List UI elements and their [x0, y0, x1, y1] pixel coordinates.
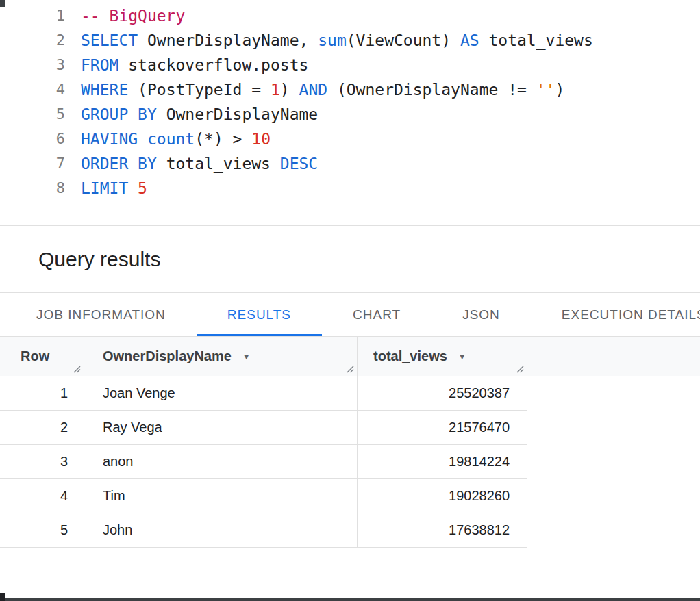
- code-token: total_views: [479, 31, 593, 49]
- table-body: 1Joan Venge255203872Ray Vega215764703ano…: [0, 376, 700, 548]
- code-token: stackoverflow.posts: [118, 56, 308, 74]
- code-text: LIMIT 5: [81, 176, 147, 201]
- code-token: [128, 179, 138, 197]
- code-line[interactable]: 4WHERE (PostTypeId = 1) AND (OwnerDispla…: [0, 77, 700, 102]
- row-number-cell: 1: [0, 376, 84, 411]
- column-resize-handle[interactable]: [345, 363, 354, 373]
- owner-cell: Ray Vega: [84, 411, 358, 445]
- code-text: -- BigQuery: [81, 3, 185, 28]
- tab-chart[interactable]: CHART: [322, 293, 432, 336]
- code-token: (ViewCount): [347, 31, 460, 49]
- code-token: 10: [251, 130, 271, 148]
- row-number-cell: 3: [0, 445, 84, 479]
- views-cell: 17638812: [358, 513, 527, 548]
- views-cell: 21576470: [358, 411, 527, 445]
- code-line[interactable]: 1-- BigQuery: [0, 3, 700, 28]
- tab-json[interactable]: JSON: [432, 293, 531, 336]
- page-title: Query results: [38, 248, 160, 271]
- code-token: GROUP BY: [81, 105, 157, 123]
- column-header-views: total_views ▼: [358, 337, 527, 376]
- code-line[interactable]: 8LIMIT 5: [0, 176, 700, 201]
- tab-execution-details[interactable]: EXECUTION DETAILS: [531, 293, 700, 336]
- code-text: SELECT OwnerDisplayName, sum(ViewCount) …: [81, 28, 593, 53]
- line-number: 7: [0, 151, 65, 176]
- window-edge-bottom: [0, 598, 700, 601]
- code-token: [138, 130, 147, 148]
- code-token: HAVING: [81, 130, 138, 148]
- code-text: WHERE (PostTypeId = 1) AND (OwnerDisplay…: [81, 77, 564, 102]
- table-header: Row OwnerDisplayName ▼ total_views ▼: [0, 337, 700, 376]
- column-menu-icon[interactable]: ▼: [458, 352, 466, 361]
- views-cell: 25520387: [358, 376, 527, 411]
- row-number-cell: 5: [0, 513, 84, 548]
- bigquery-results-panel: 1-- BigQuery2SELECT OwnerDisplayName, su…: [0, 0, 700, 601]
- filler-cell: [527, 479, 700, 513]
- column-label: OwnerDisplayName: [103, 348, 232, 364]
- table-row: 3anon19814224: [0, 445, 700, 479]
- code-lines: 1-- BigQuery2SELECT OwnerDisplayName, su…: [0, 3, 700, 201]
- row-number-cell: 4: [0, 479, 84, 513]
- views-cell: 19814224: [358, 445, 527, 479]
- owner-cell: anon: [84, 445, 358, 479]
- code-token: 1: [271, 81, 280, 99]
- column-header-filler: [527, 337, 700, 376]
- code-token: '': [536, 81, 555, 99]
- code-token: ): [555, 81, 564, 99]
- column-label: total_views: [373, 348, 447, 364]
- row-number-cell: 2: [0, 411, 84, 445]
- code-token: DESC: [280, 155, 318, 172]
- code-line[interactable]: 5GROUP BY OwnerDisplayName: [0, 102, 700, 127]
- results-title-bar: Query results: [0, 226, 700, 293]
- code-line[interactable]: 2SELECT OwnerDisplayName, sum(ViewCount)…: [0, 28, 700, 53]
- results-tabs: JOB INFORMATIONRESULTSCHARTJSONEXECUTION…: [0, 293, 700, 337]
- code-token: WHERE: [81, 81, 128, 99]
- owner-cell: Joan Venge: [84, 376, 358, 411]
- owner-cell: John: [84, 513, 358, 548]
- line-number: 2: [0, 28, 65, 53]
- code-line[interactable]: 7ORDER BY total_views DESC: [0, 151, 700, 176]
- line-number: 4: [0, 77, 65, 102]
- column-header-row: Row: [0, 337, 84, 376]
- code-token: OwnerDisplayName: [157, 105, 318, 123]
- code-token: AS: [460, 31, 479, 49]
- code-text: GROUP BY OwnerDisplayName: [81, 102, 318, 127]
- code-token: AND: [299, 81, 328, 99]
- table-row: 2Ray Vega21576470: [0, 411, 700, 445]
- code-token: (OwnerDisplayName !=: [327, 81, 536, 99]
- filler-cell: [527, 411, 700, 445]
- line-number: 8: [0, 176, 65, 201]
- line-number: 5: [0, 102, 65, 127]
- code-token: -- BigQuery: [81, 7, 185, 25]
- code-token: OwnerDisplayName,: [138, 31, 318, 49]
- code-token: count: [147, 130, 195, 148]
- code-line[interactable]: 3FROM stackoverflow.posts: [0, 53, 700, 77]
- sql-editor[interactable]: 1-- BigQuery2SELECT OwnerDisplayName, su…: [0, 0, 700, 226]
- line-number: 6: [0, 127, 65, 151]
- code-token: total_views: [157, 155, 280, 172]
- column-menu-icon[interactable]: ▼: [242, 352, 251, 361]
- code-text: HAVING count(*) > 10: [81, 127, 271, 151]
- column-header-owner: OwnerDisplayName ▼: [84, 337, 358, 376]
- filler-cell: [527, 513, 700, 548]
- table-row: 5John17638812: [0, 513, 700, 548]
- views-cell: 19028260: [358, 479, 527, 513]
- code-token: SELECT: [81, 31, 138, 49]
- window-edge-top-left: [0, 0, 5, 7]
- code-token: FROM: [81, 56, 118, 74]
- table-row: 1Joan Venge25520387: [0, 376, 700, 411]
- window-edge-bottom-left: [0, 593, 5, 601]
- code-token: LIMIT: [81, 179, 128, 197]
- tab-results[interactable]: RESULTS: [197, 293, 322, 336]
- code-token: 5: [138, 179, 147, 197]
- column-resize-handle[interactable]: [514, 363, 524, 373]
- tab-job-information[interactable]: JOB INFORMATION: [5, 293, 197, 336]
- column-resize-handle[interactable]: [71, 363, 81, 373]
- code-token: ORDER BY: [81, 155, 157, 172]
- code-token: (*) >: [195, 130, 251, 148]
- code-text: FROM stackoverflow.posts: [81, 53, 308, 77]
- table-row: 4Tim19028260: [0, 479, 700, 513]
- column-label: Row: [21, 348, 49, 364]
- code-token: (PostTypeId =: [128, 81, 271, 99]
- code-token: sum: [318, 31, 347, 49]
- code-line[interactable]: 6HAVING count(*) > 10: [0, 127, 700, 151]
